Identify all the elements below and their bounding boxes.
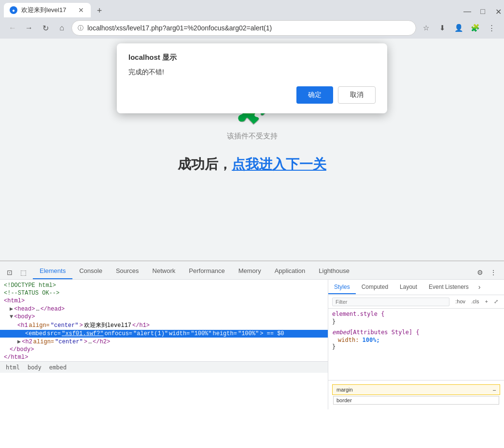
elements-status-bar: html body embed xyxy=(0,361,328,373)
tab-memory[interactable]: Memory xyxy=(232,263,268,279)
box-margin-label: margin xyxy=(336,387,353,393)
alert-buttons: 确定 取消 xyxy=(128,86,376,104)
styles-tab-bar: Styles Computed Layout Event Listeners › xyxy=(328,280,504,295)
page-content: localhost 显示 完成的不错! 确定 取消 🧩 该插件不受支持 成功后，… xyxy=(0,39,504,260)
devtools-settings-icon[interactable]: ⚙ xyxy=(473,266,487,279)
code-body-open[interactable]: ▼ <body> xyxy=(0,313,328,321)
styles-tab-computed[interactable]: Computed xyxy=(356,281,394,294)
box-model-outer: margin – xyxy=(332,384,500,395)
styles-tab-more[interactable]: › xyxy=(475,281,485,294)
address-bar-row: ← → ↻ ⌂ ⓘ localhost/xss/level17.php?arg0… xyxy=(0,17,504,39)
devtools-panel: ⊡ ⬚ Elements Console Sources Network Per… xyxy=(0,260,504,409)
bookmark-icon[interactable]: ☆ xyxy=(419,21,433,35)
tab-bar: ● 欢迎来到level17 ✕ + — □ ✕ xyxy=(0,0,504,17)
style-close-brace-2: } xyxy=(332,343,500,350)
style-selector-embed: embed[Attributes Style] { xyxy=(332,329,500,336)
devtools-left-icons: ⊡ ⬚ xyxy=(0,266,33,279)
device-toolbar-icon[interactable]: ⬚ xyxy=(16,266,30,279)
filter-cls-button[interactable]: .cls xyxy=(469,298,481,306)
alert-dialog: localhost 显示 完成的不错! 确定 取消 xyxy=(117,43,387,113)
filter-add-button[interactable]: + xyxy=(483,298,490,306)
style-rule-element: element.style { } xyxy=(332,311,500,325)
tab-performance[interactable]: Performance xyxy=(182,263,231,279)
style-selector-element: element.style { xyxy=(332,311,500,317)
filter-hov-button[interactable]: :hov xyxy=(453,298,467,306)
code-html: <html> xyxy=(0,297,328,305)
head-collapse-arrow[interactable]: ▶ xyxy=(10,305,13,312)
reload-button[interactable]: ↻ xyxy=(39,21,52,35)
styles-tab-event-listeners[interactable]: Event Listeners xyxy=(423,281,475,294)
devtools-tab-bar: ⊡ ⬚ Elements Console Sources Network Per… xyxy=(0,261,504,280)
styles-filter-bar: :hov .cls + ⤢ xyxy=(328,295,504,309)
devtools-more-icon[interactable]: ⋮ xyxy=(487,266,500,279)
status-body[interactable]: body xyxy=(26,364,43,371)
code-h2[interactable]: ▶ <h2 align="center">…</h2> xyxy=(0,338,328,346)
box-border-label: border xyxy=(336,397,352,403)
devtools-header-right: ⚙ ⋮ xyxy=(473,266,504,279)
status-html[interactable]: html xyxy=(4,364,22,371)
tab-lighthouse[interactable]: Lighthouse xyxy=(312,263,356,279)
code-h1[interactable]: <h1 align="center">欢迎来到level17</h1> xyxy=(0,321,328,330)
inspect-element-icon[interactable]: ⊡ xyxy=(3,266,16,279)
window-controls: — □ ✕ xyxy=(462,6,504,17)
styles-tab-layout[interactable]: Layout xyxy=(394,281,423,294)
styles-tab-styles[interactable]: Styles xyxy=(328,281,356,294)
minimize-button[interactable]: — xyxy=(462,6,473,17)
style-close-brace-1: } xyxy=(332,318,500,325)
url-text: localhost/xss/level17.php?arg01=%20onfoc… xyxy=(87,24,410,32)
code-embed[interactable]: <embed src="xsf01.swf?" onfocus="alert(1… xyxy=(0,330,328,338)
style-val-width: 100%; xyxy=(363,337,380,343)
maximize-button[interactable]: □ xyxy=(477,6,489,17)
alert-message: 完成的不错! xyxy=(128,68,376,77)
code-head[interactable]: ▶ <head>…</head> xyxy=(0,305,328,313)
home-button[interactable]: ⌂ xyxy=(55,21,69,35)
h2-collapse-arrow[interactable]: ▶ xyxy=(17,338,21,345)
close-button[interactable]: ✕ xyxy=(492,6,504,17)
address-bar[interactable]: ⓘ localhost/xss/level17.php?arg01=%20onf… xyxy=(71,20,416,36)
box-model-area: margin – border xyxy=(328,380,504,409)
alert-confirm-button[interactable]: 确定 xyxy=(296,86,333,104)
browser-chrome: ● 欢迎来到level17 ✕ + — □ ✕ ← → ↻ ⌂ ⓘ localh… xyxy=(0,0,504,39)
tab-elements[interactable]: Elements xyxy=(33,263,72,279)
filter-actions: :hov .cls + ⤢ xyxy=(453,298,500,306)
code-html-close: </html> xyxy=(0,353,328,361)
tab-favicon: ● xyxy=(10,6,17,14)
extension-icon[interactable]: 🧩 xyxy=(468,21,482,35)
elements-panel: <!DOCTYPE html> <!--STATUS OK--> <html> … xyxy=(0,280,328,409)
address-bar-actions: ☆ ⬇ 👤 🧩 ⋮ xyxy=(419,21,498,35)
tab-console[interactable]: Console xyxy=(72,263,109,279)
tab-application[interactable]: Application xyxy=(268,263,312,279)
style-prop-width[interactable]: width: 100%; xyxy=(332,337,500,343)
alert-overlay: localhost 显示 完成的不错! 确定 取消 xyxy=(0,39,504,260)
filter-expand-button[interactable]: ⤢ xyxy=(492,298,500,306)
alert-cancel-button[interactable]: 取消 xyxy=(338,86,376,104)
code-body-close: </body> xyxy=(0,346,328,353)
active-tab[interactable]: ● 欢迎来到level17 ✕ xyxy=(4,3,91,17)
style-rule-embed: embed[Attributes Style] { width: 100%; } xyxy=(332,329,500,350)
tab-network[interactable]: Network xyxy=(146,263,182,279)
tab-sources[interactable]: Sources xyxy=(109,263,146,279)
profile-icon[interactable]: 👤 xyxy=(452,21,465,35)
alert-title: localhost 显示 xyxy=(128,53,376,62)
back-button[interactable]: ← xyxy=(6,21,19,35)
styles-panel: Styles Computed Layout Event Listeners ›… xyxy=(328,280,504,409)
lock-icon: ⓘ xyxy=(78,24,84,32)
status-embed[interactable]: embed xyxy=(47,364,69,371)
embed-src-link[interactable]: "xsf01.swf?" xyxy=(62,330,103,337)
code-status-comment: <!--STATUS OK--> xyxy=(0,289,328,297)
tab-title: 欢迎来到level17 xyxy=(21,6,66,14)
body-collapse-arrow[interactable]: ▼ xyxy=(10,313,13,320)
code-doctype: <!DOCTYPE html> xyxy=(0,282,328,289)
styles-filter-input[interactable] xyxy=(332,298,449,306)
tab-close-button[interactable]: ✕ xyxy=(77,6,85,14)
menu-icon[interactable]: ⋮ xyxy=(485,21,498,35)
box-margin-dash: – xyxy=(493,387,496,393)
box-model-inner: border xyxy=(333,396,499,405)
download-icon[interactable]: ⬇ xyxy=(435,21,449,35)
styles-content: element.style { } embed[Attributes Style… xyxy=(328,309,504,380)
devtools-body: <!DOCTYPE html> <!--STATUS OK--> <html> … xyxy=(0,280,504,409)
new-tab-button[interactable]: + xyxy=(93,4,106,17)
forward-button[interactable]: → xyxy=(22,21,36,35)
